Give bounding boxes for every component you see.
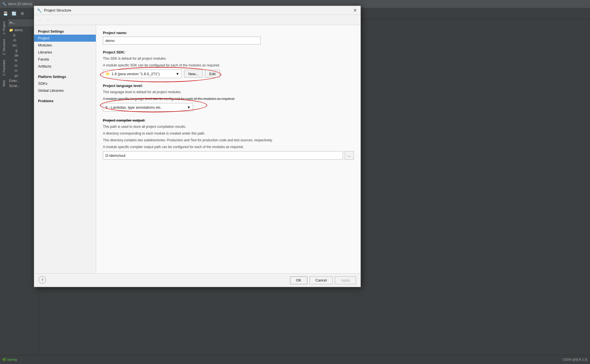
project-sdk-desc2: A module specific SDK can be configured … [103,63,354,68]
language-level-label: Project language level: [103,84,354,88]
language-row: 8 - Lambdas, type annotations etc. ▼ [103,103,354,111]
browse-icon: ... [348,153,351,157]
project-panel-title: Pr... [10,21,15,24]
ide-title: demo [D:\demo] [8,2,32,6]
tree-external-label: Exter... [9,79,19,83]
cancel-button[interactable]: Cancel [310,276,333,284]
ok-button[interactable]: OK [290,276,307,284]
compiler-desc4: A module specific compiler output path c… [103,144,354,149]
tree-item-m-label: .m [12,38,16,42]
tree-item-src-label: src [12,43,17,47]
problems-label: Problems [34,97,96,104]
dialog-close-button[interactable]: ✕ [352,8,358,13]
project-structure-dialog: 🔧 Project Structure ✕ ← → Project Settin… [34,6,361,287]
nav-back-button[interactable]: ← [36,17,43,23]
help-icon: ? [41,278,43,282]
csdn-label: CSDN @技术人生 [563,358,588,362]
language-dropdown[interactable]: 8 - Lambdas, type annotations etc. ▼ [103,103,193,111]
tree-root-label: demo [14,28,23,32]
sidebar-global-libraries-label: Global Libraries [38,88,64,93]
sidebar-modules-label: Modules [38,43,52,47]
language-desc2: A module specific language level can be … [103,96,354,101]
sidebar-sdks-label: SDKs [38,81,47,86]
sidebar-libraries-label: Libraries [38,50,52,54]
tree-item-ic-label: .ic [12,33,16,37]
sidebar-item-libraries[interactable]: Libraries [34,49,96,56]
sdk-value: 1.8 (java version "1.8.0_271") [112,72,160,76]
project-sdk-label: Project SDK: [103,50,354,54]
sidebar-item-global-libraries[interactable]: Global Libraries [34,87,96,94]
compiler-output-group: Project compiler output: This path is us… [103,118,354,160]
compiler-desc1: This path is used to store all project c… [103,124,354,129]
dialog-title: Project Structure [44,8,71,12]
tree-item-pc-label: pc [15,74,18,78]
dropdown-arrow-icon: ▼ [176,72,179,76]
project-name-label: Project name: [103,31,354,35]
tree-item-de-label: de [15,53,18,57]
folder-icon: 📁 [9,28,13,32]
side-tabs: 1: Project Z: Structure 2: Favorites Web [0,19,8,355]
spring-label: 🌿 Spring [2,358,17,361]
project-sdk-desc1: This SDK is default for all project modu… [103,56,354,61]
compiler-path-input[interactable] [103,151,343,160]
toolbar-save-all[interactable]: 💾 [2,10,9,17]
project-sdk-group: Project SDK: This SDK is default for all… [103,50,354,78]
browse-button[interactable]: ... [345,151,354,160]
dialog-nav: ← → [34,15,361,25]
tree-item-h-label: H. [15,59,18,62]
tree-item-m2-label: m [15,64,17,68]
sidebar-item-facets[interactable]: Facets [34,56,96,63]
language-dropdown-arrow-icon: ▼ [187,105,191,110]
sdk-row: 📁 1.8 (java version "1.8.0_271") ▼ New..… [103,70,354,78]
toolbar-sync[interactable]: 🔄 [10,10,17,17]
folder-icon-sdk: 📁 [105,72,110,76]
dialog-icon: 🔧 [37,8,42,13]
tree-item-m3-label: m [15,69,17,73]
project-name-group: Project name: [103,31,354,44]
compiler-output-label: Project compiler output: [103,118,354,122]
compiler-desc2: A directory corresponding to each module… [103,131,354,136]
compiler-path-row: ... [103,151,354,160]
apply-button[interactable]: Apply [335,276,356,284]
sidebar-facets-label: Facets [38,57,49,61]
sdk-edit-button[interactable]: Edit [205,70,220,78]
sdk-new-button[interactable]: New... [184,70,203,78]
sdk-dropdown[interactable]: 📁 1.8 (java version "1.8.0_271") ▼ [103,70,182,78]
nav-forward-button[interactable]: → [44,17,51,23]
dialog-content: Project name: Project SDK: This SDK is d… [96,25,361,273]
side-tab-web[interactable]: Web [1,78,7,89]
side-tab-favorites[interactable]: 2: Favorites [1,57,7,78]
language-value: 8 - Lambdas, type annotations etc. [105,105,162,110]
language-desc1: This language level is default for all p… [103,90,354,95]
dialog-body: Project Settings Project Modules Librari… [34,25,361,273]
sidebar-item-project[interactable]: Project [34,35,96,42]
project-settings-label: Project Settings [34,28,96,35]
status-bar-right: CSDN @技术人生 [563,358,588,362]
dialog-sidebar: Project Settings Project Modules Librari… [34,25,96,273]
project-name-input[interactable] [103,37,261,44]
sidebar-item-modules[interactable]: Modules [34,42,96,49]
platform-settings-label: Platform Settings [34,73,96,80]
tree-scratch-label: Scrat... [9,84,20,88]
sidebar-project-label: Project [38,36,49,40]
toolbar-settings[interactable]: ⚙ [19,10,26,17]
dialog-titlebar: 🔧 Project Structure ✕ [34,6,361,15]
side-tab-structure[interactable]: Z: Structure [1,37,7,57]
compiler-desc3: This directory contains two subdirectori… [103,138,354,143]
help-button[interactable]: ? [39,276,46,283]
tree-item-g-label: .g [15,48,17,52]
ide-app-icon: 🔧 [2,2,6,6]
side-tab-project[interactable]: 1: Project [1,19,7,37]
sidebar-item-artifacts[interactable]: Artifacts [34,63,96,70]
sidebar-artifacts-label: Artifacts [38,64,51,68]
sidebar-item-sdks[interactable]: SDKs [34,80,96,87]
language-level-group: Project language level: This language le… [103,84,354,111]
dialog-footer: ? OK Cancel Apply [34,273,361,287]
status-bar: 🌿 Spring CSDN @技术人生 [0,355,590,364]
